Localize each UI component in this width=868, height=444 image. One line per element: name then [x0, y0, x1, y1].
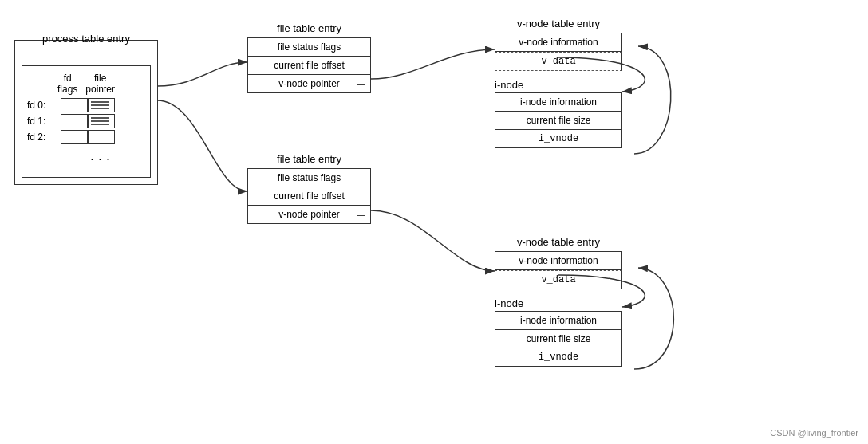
vnode-table-1: v-node table entry v-node information v_…: [495, 18, 622, 148]
pt-col2-label: file: [85, 73, 115, 84]
ft2-row1: file status flags: [247, 168, 371, 187]
fd1-label: fd 1:: [27, 116, 61, 127]
ft2-row3: v-node pointer —: [247, 206, 371, 224]
file-table-2-title: file table entry: [247, 153, 371, 165]
in1-row1: i-node information: [495, 92, 622, 112]
pt-col1-label: fd: [57, 73, 77, 84]
vt1-vdata: v_data: [495, 52, 622, 71]
ft1-row1: file status flags: [247, 37, 371, 57]
vnode-table-2: v-node table entry v-node information v_…: [495, 236, 622, 367]
inode2-label: i-node: [495, 297, 622, 309]
vt1-row1: v-node information: [495, 33, 622, 52]
pt-dots: ···: [27, 146, 145, 169]
process-table: process table entry fd flags file pointe…: [14, 40, 158, 185]
ft1-row2: current file offset: [247, 57, 371, 75]
pt-col2b-label: pointer: [85, 84, 115, 95]
table-row: fd 1:: [27, 114, 145, 128]
in2-row1: i-node information: [495, 311, 622, 330]
vt2-row1: v-node information: [495, 251, 622, 270]
fd0-label: fd 0:: [27, 100, 61, 111]
inode1-label: i-node: [495, 79, 622, 91]
file-table-1-title: file table entry: [247, 22, 371, 34]
diagram: process table entry fd flags file pointe…: [0, 0, 868, 444]
in2-row2: current file size: [495, 330, 622, 348]
file-table-2: file table entry file status flags curre…: [247, 153, 371, 224]
table-row: fd 2:: [27, 130, 145, 144]
vnode-table-1-title: v-node table entry: [495, 18, 622, 29]
process-table-title: process table entry: [22, 33, 151, 45]
in1-row3: i_vnode: [495, 130, 622, 148]
vt2-vdata: v_data: [495, 270, 622, 289]
watermark: CSDN @living_frontier: [770, 428, 858, 438]
ft2-row2: current file offset: [247, 187, 371, 206]
pt-col1b-label: flags: [57, 84, 77, 95]
ft1-row3: v-node pointer —: [247, 75, 371, 93]
table-row: fd 0:: [27, 98, 145, 112]
fd2-label: fd 2:: [27, 132, 61, 143]
vnode-table-2-title: v-node table entry: [495, 236, 622, 248]
in1-row2: current file size: [495, 112, 622, 130]
in2-row3: i_vnode: [495, 348, 622, 367]
file-table-1: file table entry file status flags curre…: [247, 22, 371, 93]
